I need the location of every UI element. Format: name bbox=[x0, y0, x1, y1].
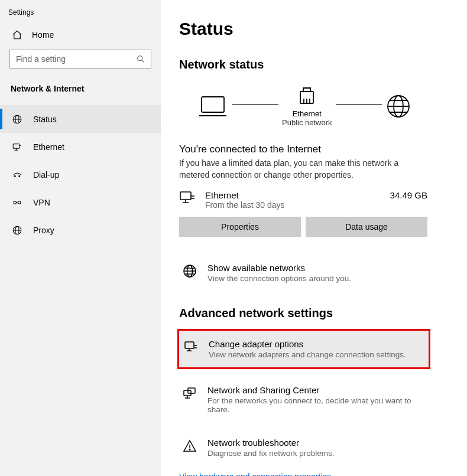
hardware-properties-link[interactable]: View hardware and connection properties bbox=[179, 472, 331, 476]
properties-button[interactable]: Properties bbox=[179, 217, 301, 237]
nav-list: Status Ethernet Dial-up VPN Proxy bbox=[0, 100, 161, 244]
troubleshooter-title: Network troubleshooter bbox=[207, 438, 335, 448]
change-adapter-options[interactable]: Change adapter options View network adap… bbox=[179, 331, 429, 367]
sidebar-item-label: VPN bbox=[33, 198, 50, 207]
svg-rect-14 bbox=[180, 192, 191, 200]
sidebar-item-label: Proxy bbox=[33, 226, 54, 235]
network-troubleshooter[interactable]: Network troubleshooter Diagnose and fix … bbox=[179, 432, 433, 464]
sharing-sub: For the networks you connect to, decide … bbox=[207, 396, 430, 414]
ethernet-icon bbox=[12, 142, 22, 152]
home-icon bbox=[12, 30, 22, 40]
warning-icon bbox=[183, 439, 197, 453]
proxy-icon bbox=[12, 225, 22, 236]
adapter-icon bbox=[184, 340, 198, 354]
search-input[interactable]: Find a setting bbox=[9, 50, 151, 69]
page-title: Status bbox=[179, 19, 449, 39]
connection-name: Ethernet bbox=[205, 190, 381, 200]
sidebar-category-header: Network & Internet bbox=[0, 77, 161, 100]
svg-point-20 bbox=[189, 449, 190, 450]
svg-point-6 bbox=[14, 201, 17, 204]
sidebar-item-label: Dial-up bbox=[33, 170, 59, 180]
diagram-line bbox=[336, 104, 382, 105]
sidebar-item-vpn[interactable]: VPN bbox=[0, 188, 161, 216]
network-diagram: Ethernet Public network bbox=[179, 82, 449, 129]
status-icon bbox=[12, 114, 22, 125]
window-title: Settings bbox=[0, 4, 161, 24]
svg-rect-10 bbox=[202, 97, 224, 112]
search-placeholder: Find a setting bbox=[16, 54, 66, 64]
sidebar-home[interactable]: Home bbox=[0, 24, 161, 46]
sidebar-home-label: Home bbox=[32, 30, 54, 40]
sidebar: Settings Home Find a setting Network & I… bbox=[0, 0, 161, 476]
globe-icon bbox=[183, 264, 197, 278]
troubleshooter-sub: Diagnose and fix network problems. bbox=[207, 449, 335, 458]
sidebar-item-ethernet[interactable]: Ethernet bbox=[0, 133, 161, 161]
diagram-network-type: Public network bbox=[282, 118, 332, 127]
adapter-sub: View network adapters and change connect… bbox=[209, 350, 406, 359]
show-available-networks[interactable]: Show available networks View the connect… bbox=[179, 257, 433, 289]
svg-point-0 bbox=[138, 56, 142, 61]
data-usage-button[interactable]: Data usage bbox=[306, 217, 427, 237]
main-panel: Status Network status Ethernet Public ne… bbox=[161, 0, 467, 476]
dialup-icon bbox=[12, 169, 22, 180]
svg-point-7 bbox=[18, 201, 21, 204]
sidebar-item-proxy[interactable]: Proxy bbox=[0, 216, 161, 244]
connection-sub: From the last 30 days bbox=[205, 200, 381, 210]
search-icon bbox=[135, 54, 146, 64]
monitor-icon bbox=[179, 190, 196, 207]
show-networks-title: Show available networks bbox=[207, 263, 351, 273]
connection-summary: Ethernet From the last 30 days 34.49 GB bbox=[179, 190, 427, 210]
diagram-line bbox=[232, 104, 278, 105]
sharing-title: Network and Sharing Center bbox=[207, 385, 430, 395]
data-used: 34.49 GB bbox=[390, 190, 427, 200]
sidebar-item-label: Ethernet bbox=[33, 142, 64, 152]
svg-rect-3 bbox=[13, 144, 20, 148]
vpn-icon bbox=[12, 197, 22, 208]
sidebar-item-dialup[interactable]: Dial-up bbox=[0, 161, 161, 188]
show-networks-sub: View the connection options around you. bbox=[207, 274, 351, 283]
sidebar-item-label: Status bbox=[33, 115, 57, 124]
diagram-device-label: Ethernet bbox=[293, 109, 322, 118]
connected-heading: You're connected to the Internet bbox=[179, 144, 449, 155]
sidebar-item-status[interactable]: Status bbox=[0, 105, 161, 133]
adapter-title: Change adapter options bbox=[209, 339, 406, 349]
sharing-icon bbox=[183, 386, 197, 400]
connected-description: If you have a limited data plan, you can… bbox=[179, 158, 427, 181]
globe-icon bbox=[385, 93, 411, 119]
ethernet-device-icon bbox=[297, 86, 317, 107]
network-status-heading: Network status bbox=[179, 58, 449, 71]
svg-point-4 bbox=[14, 175, 15, 177]
svg-point-5 bbox=[19, 175, 20, 177]
laptop-icon bbox=[197, 93, 229, 119]
svg-rect-17 bbox=[185, 342, 194, 348]
network-sharing-center[interactable]: Network and Sharing Center For the netwo… bbox=[179, 379, 433, 420]
advanced-heading: Advanced network settings bbox=[179, 307, 449, 320]
